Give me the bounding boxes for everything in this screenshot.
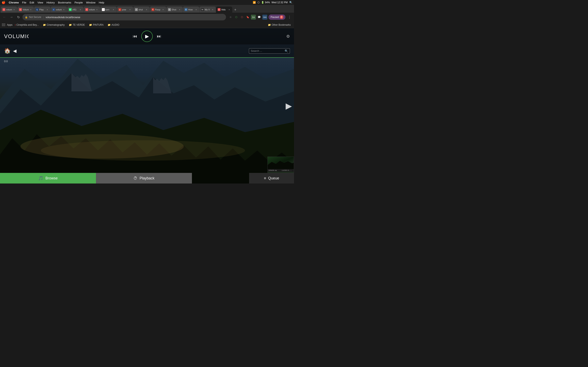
playback-label: Playback (139, 176, 154, 180)
menu-edit[interactable]: Edit (28, 1, 36, 4)
back-button[interactable]: ← (2, 14, 7, 20)
tab-2[interactable]: V Volum × (17, 7, 34, 13)
tab-close-4[interactable]: × (62, 8, 65, 11)
tab-favicon-3: Q (36, 8, 39, 11)
bookmark-pintura[interactable]: 📁 PINTURA (87, 22, 105, 27)
svg-text:VOLUMIO: VOLUMIO (4, 33, 29, 39)
bookmark-label-pintura: PINTURA (93, 24, 104, 26)
tab-close-12[interactable]: × (195, 8, 198, 11)
browse-tab[interactable]: 🎵 Browse (0, 173, 96, 184)
tab-3[interactable]: Q Play × (34, 7, 51, 13)
settings-button[interactable]: ⚙ (286, 34, 290, 39)
play-pause-button[interactable]: ▶ (141, 31, 153, 42)
url-separator: | (43, 16, 44, 19)
battery-status: 🔋 94% (261, 1, 270, 4)
ext-green[interactable]: ⬡ (234, 15, 239, 20)
tab-6[interactable]: V volum × (84, 7, 100, 13)
ext-new[interactable]: new (262, 15, 267, 20)
volumio-main: VOLUMIO ⏮ ▶ ⏭ ⚙ 🏠 ◀ 🔍 0:0 ▶ 🎵 Browse (0, 28, 294, 184)
back-nav-button[interactable]: ◀ (13, 48, 17, 54)
menu-people[interactable]: People (73, 1, 84, 4)
tab-14[interactable]: V Volu × (216, 7, 232, 13)
other-bookmarks-label: Other Bookmarks (272, 24, 291, 26)
ext-bookmark[interactable]: 🔖 (245, 15, 250, 20)
bookmark-favicon-cinephilia: t (15, 24, 16, 26)
tab-close-13[interactable]: × (211, 8, 214, 11)
tab-close-10[interactable]: × (162, 8, 164, 11)
side-play-button[interactable]: ▶ (286, 101, 292, 110)
tab-favicon-11: S (168, 8, 171, 11)
svg-point-8 (41, 140, 245, 161)
tab-title-8: pow (122, 8, 128, 11)
next-track-button[interactable]: ⏭ (157, 34, 161, 39)
tab-9[interactable]: s shut × (133, 7, 150, 13)
tab-close-3[interactable]: × (46, 8, 49, 11)
playback-tab[interactable]: ⏱ Playback (96, 173, 192, 184)
forward-button[interactable]: → (9, 14, 14, 20)
tab-title-14: Volu (221, 8, 227, 11)
tab-favicon-7: t (102, 8, 105, 11)
menu-view[interactable]: View (36, 1, 45, 4)
new-tab-button[interactable]: + (233, 7, 238, 13)
tab-close-9[interactable]: × (145, 8, 148, 11)
tab-close-5[interactable]: × (79, 8, 82, 11)
tab-5[interactable]: W (45) × (67, 7, 84, 13)
ext-chat[interactable]: 💬 (257, 15, 261, 20)
tab-close-2[interactable]: × (29, 8, 32, 11)
chrome-menu-button[interactable]: ⋮ (287, 14, 292, 20)
ext-im[interactable]: 1m (251, 15, 256, 20)
tab-favicon-13: M (201, 8, 204, 11)
bookmark-teverde[interactable]: 📁 TE VERDE (67, 22, 86, 27)
tab-7[interactable]: t turn × (100, 7, 117, 13)
thumb-label-1: GRADE.zip (268, 169, 277, 171)
search-input[interactable] (251, 49, 283, 52)
menu-bookmarks[interactable]: Bookmarks (56, 1, 73, 4)
menu-file[interactable]: File (20, 1, 28, 4)
menu-help[interactable]: Help (97, 1, 106, 4)
apps-button[interactable]: Apps (2, 23, 12, 26)
search-box[interactable]: 🔍 (249, 48, 290, 54)
tab-title-6: volum (89, 8, 95, 11)
tab-close-1[interactable]: × (13, 8, 16, 11)
apple-menu[interactable]: 🍎 (2, 1, 6, 4)
tab-1[interactable]: V volum × (1, 7, 17, 13)
tab-title-10: Rasp (155, 8, 161, 11)
tab-4[interactable]: v volum × (51, 7, 67, 13)
chrome-toolbar: ← → ↻ 🔓 Not Secure | volumioaudiolab.loc… (0, 13, 294, 22)
folder-icon-other: 📁 (268, 24, 271, 26)
other-bookmarks-button[interactable]: 📁 Other Bookmarks (266, 22, 292, 27)
tab-8[interactable]: p pow × (117, 7, 133, 13)
home-button[interactable]: 🏠 (4, 48, 11, 54)
queue-tab[interactable]: ≡ Queue (249, 173, 294, 184)
tab-close-7[interactable]: × (112, 8, 115, 11)
bookmark-audio[interactable]: 📁 AUDIO (106, 22, 121, 27)
folder-icon-audio: 📁 (108, 24, 111, 26)
tab-title-13: My V (205, 8, 211, 11)
address-bar[interactable]: 🔓 Not Secure | volumioaudiolab.local/bro… (22, 14, 226, 20)
star-button[interactable]: ☆ (228, 15, 233, 20)
tab-10[interactable]: R Rasp × (150, 7, 166, 13)
menu-window[interactable]: Window (84, 1, 97, 4)
tab-close-6[interactable]: × (95, 8, 98, 11)
tab-11[interactable]: S Shut × (166, 7, 183, 13)
menu-chrome[interactable]: Chrome (7, 1, 20, 4)
menu-history[interactable]: History (45, 1, 56, 4)
tab-12[interactable]: H How × (183, 7, 199, 13)
lock-icon: 🔓 (25, 16, 28, 18)
search-icon[interactable]: 🔍 (289, 1, 292, 4)
paused-label: Paused (270, 16, 279, 18)
profile-avatar: F (280, 15, 283, 19)
profile-button[interactable]: Paused F (268, 15, 285, 20)
bookmark-cinephilia[interactable]: t Cinephilia and Bey... (13, 22, 40, 27)
tab-close-14[interactable]: × (228, 8, 231, 11)
bookmark-cinematography[interactable]: 📁 Cinematography (41, 22, 66, 27)
folder-icon-teverde: 📁 (69, 24, 72, 26)
prev-track-button[interactable]: ⏮ (133, 34, 137, 39)
tab-close-11[interactable]: × (178, 8, 181, 11)
reload-button[interactable]: ↻ (16, 14, 21, 20)
tab-title-12: How (188, 8, 194, 11)
tab-close-8[interactable]: × (129, 8, 131, 11)
ext-red[interactable]: ⬡ (240, 15, 244, 20)
tab-13[interactable]: M My V × (199, 7, 216, 13)
url-text: volumioaudiolab.local/browse (45, 16, 80, 19)
